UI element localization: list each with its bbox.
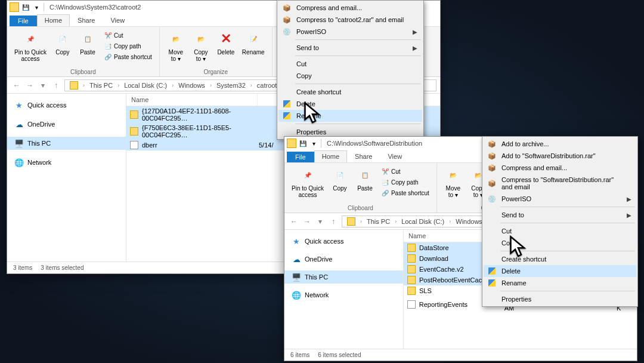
move-to-button[interactable]: 📂Move to ▾ bbox=[442, 165, 465, 199]
back-button[interactable]: ← bbox=[288, 216, 300, 227]
group-label: Organize bbox=[165, 69, 267, 75]
up-button[interactable]: ↑ bbox=[327, 216, 339, 227]
tab-share[interactable]: Share bbox=[347, 150, 380, 162]
menu-item[interactable]: 💿PowerISO▶ bbox=[484, 193, 636, 205]
group-label: Clipboard bbox=[12, 69, 154, 75]
copy-button[interactable]: 📄Copy bbox=[329, 165, 351, 193]
menu-item[interactable]: Delete bbox=[278, 98, 422, 110]
history-button[interactable]: ▾ bbox=[314, 216, 326, 227]
menu-item[interactable]: 📦Compress and email... bbox=[278, 2, 422, 14]
menu-item[interactable]: Create shortcut bbox=[484, 253, 636, 265]
folder-icon bbox=[130, 110, 138, 119]
folder-icon bbox=[130, 127, 138, 136]
pin-button[interactable]: 📌Pin to Quick access bbox=[12, 29, 49, 63]
copy-path-button[interactable]: 📑Copy path bbox=[379, 177, 432, 187]
tab-view[interactable]: View bbox=[103, 14, 132, 26]
menu-item[interactable]: Copy bbox=[484, 237, 636, 249]
menu-item[interactable]: 📦Add to "SoftwareDistribution.rar" bbox=[484, 150, 636, 162]
cut-button[interactable]: ✂️Cut bbox=[379, 167, 432, 176]
menu-item[interactable]: Send to▶ bbox=[484, 209, 636, 221]
group-label: Clipboard bbox=[289, 205, 432, 211]
menu-item[interactable]: Copy bbox=[278, 70, 422, 82]
tab-file[interactable]: File bbox=[10, 16, 37, 26]
tab-file[interactable]: File bbox=[287, 152, 314, 162]
tab-home[interactable]: Home bbox=[314, 150, 347, 162]
selection-count: 6 items selected bbox=[318, 352, 361, 358]
undo-icon[interactable]: ▾ bbox=[32, 2, 41, 12]
folder-icon bbox=[70, 81, 78, 90]
save-icon[interactable]: 💾 bbox=[21, 2, 30, 12]
item-count: 6 items bbox=[290, 352, 309, 358]
save-icon[interactable]: 💾 bbox=[298, 139, 308, 148]
sidebar-item-quick-access[interactable]: ★Quick access bbox=[284, 235, 403, 248]
folder-icon bbox=[287, 139, 296, 148]
paste-button[interactable]: 📋Paste bbox=[76, 29, 99, 57]
copy-to-button[interactable]: 📂Copy to ▾ bbox=[190, 29, 212, 63]
folder-icon bbox=[407, 265, 416, 273]
sidebar-item-this-pc[interactable]: 🖥️This PC bbox=[284, 270, 403, 284]
copy-path-button[interactable]: 📑Copy path bbox=[101, 41, 154, 51]
copy-button[interactable]: 📄Copy bbox=[51, 29, 74, 57]
undo-icon[interactable]: ▾ bbox=[309, 139, 318, 148]
delete-button[interactable]: ✕Delete bbox=[215, 29, 237, 57]
folder-icon bbox=[407, 287, 416, 295]
menu-item[interactable]: Create shortcut bbox=[278, 86, 422, 98]
back-button[interactable]: ← bbox=[11, 79, 23, 91]
context-menu: 📦Add to archive...📦Add to "SoftwareDistr… bbox=[482, 136, 638, 307]
history-button[interactable]: ▾ bbox=[37, 79, 49, 91]
menu-item[interactable]: Send to▶ bbox=[278, 42, 422, 54]
sidebar-item-onedrive[interactable]: ☁OneDrive bbox=[284, 253, 403, 266]
menu-item[interactable]: Rename bbox=[484, 277, 636, 289]
menu-item[interactable]: 💿PowerISO▶ bbox=[278, 26, 422, 38]
tab-view[interactable]: View bbox=[380, 150, 410, 162]
menu-item[interactable]: Cut bbox=[278, 58, 422, 70]
menu-item[interactable]: 📦Add to archive... bbox=[484, 138, 636, 150]
menu-item[interactable]: Properties bbox=[484, 293, 636, 305]
tab-share[interactable]: Share bbox=[70, 14, 103, 26]
window-path: C:\Windows\System32\catroot2 bbox=[49, 4, 141, 11]
forward-button[interactable]: → bbox=[24, 79, 36, 91]
folder-icon bbox=[407, 244, 416, 252]
paste-shortcut-button[interactable]: 🔗Paste shortcut bbox=[101, 52, 154, 61]
sidebar-item-network[interactable]: 🌐Network bbox=[284, 288, 403, 302]
nav-pane: ★Quick access ☁OneDrive 🖥️This PC 🌐Netwo… bbox=[7, 94, 126, 262]
sidebar-item-quick-access[interactable]: ★Quick access bbox=[7, 99, 126, 112]
folder-icon bbox=[407, 254, 416, 263]
menu-item[interactable]: Rename bbox=[278, 110, 422, 122]
folder-icon bbox=[10, 2, 19, 12]
sidebar-item-onedrive[interactable]: ☁OneDrive bbox=[7, 118, 126, 131]
forward-button[interactable]: → bbox=[301, 216, 313, 227]
status-bar: 6 items 6 items selected bbox=[284, 349, 637, 361]
menu-item[interactable]: 📦Compress to "catroot2.rar" and email bbox=[278, 14, 422, 26]
context-menu: 📦Compress and email...📦Compress to "catr… bbox=[277, 0, 424, 140]
cut-button[interactable]: ✂️Cut bbox=[101, 30, 154, 40]
file-icon bbox=[130, 141, 138, 149]
pin-button[interactable]: 📌Pin to Quick access bbox=[289, 165, 326, 199]
file-icon bbox=[407, 300, 416, 309]
sidebar-item-network[interactable]: 🌐Network bbox=[7, 156, 126, 169]
menu-item[interactable]: Delete bbox=[484, 265, 636, 277]
rename-button[interactable]: 📝Rename bbox=[240, 29, 267, 57]
folder-icon bbox=[347, 217, 355, 226]
item-count: 3 items bbox=[13, 264, 32, 271]
paste-button[interactable]: 📋Paste bbox=[354, 165, 376, 193]
nav-pane: ★Quick access ☁OneDrive 🖥️This PC 🌐Netwo… bbox=[284, 230, 404, 349]
menu-item[interactable]: Cut bbox=[484, 225, 636, 237]
menu-item[interactable]: 📦Compress to "SoftwareDistribution.rar" … bbox=[484, 174, 636, 193]
move-to-button[interactable]: 📂Move to ▾ bbox=[165, 29, 187, 63]
paste-shortcut-button[interactable]: 🔗Paste shortcut bbox=[379, 188, 432, 198]
window-path: C:\Windows\SoftwareDistribution bbox=[327, 140, 422, 147]
menu-item[interactable]: 📦Compress and email... bbox=[484, 162, 636, 174]
sidebar-item-this-pc[interactable]: 🖥️This PC bbox=[7, 137, 126, 150]
folder-icon bbox=[407, 276, 416, 284]
tab-home[interactable]: Home bbox=[37, 14, 70, 26]
up-button[interactable]: ↑ bbox=[50, 79, 62, 91]
selection-count: 3 items selected bbox=[41, 264, 83, 271]
